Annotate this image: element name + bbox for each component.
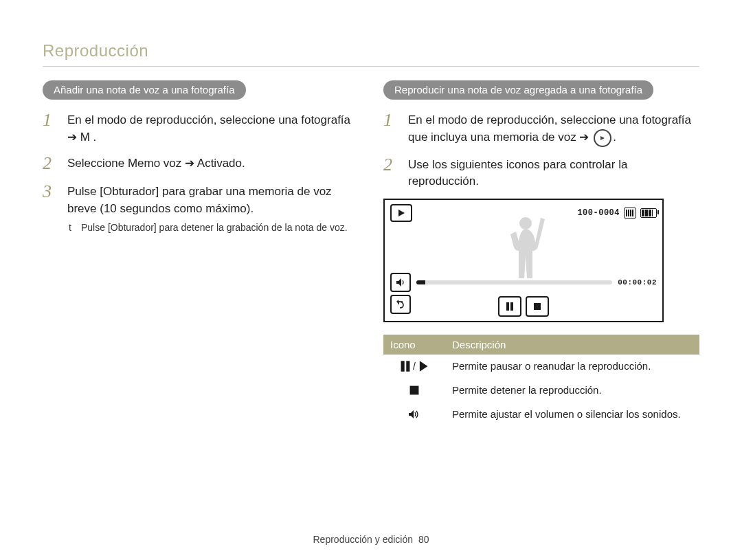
svg-rect-5 — [506, 302, 509, 311]
sub-bullet-text: Pulse [Obturador] para detener la grabac… — [81, 221, 348, 234]
step1-prefix: En el modo de reproducción, seleccione u… — [408, 113, 691, 144]
playback-progress-bar[interactable] — [416, 280, 612, 284]
svg-marker-0 — [600, 136, 605, 140]
step-number: 3 — [43, 182, 67, 202]
step-text: En el modo de reproducción, seleccione u… — [408, 111, 699, 147]
step-text: Use los siguientes iconos para controlar… — [408, 155, 699, 190]
volume-button[interactable] — [390, 273, 411, 292]
step-1-left: 1 En el modo de reproducción, seleccione… — [43, 111, 359, 146]
svg-rect-7 — [534, 303, 541, 310]
svg-marker-3 — [396, 278, 401, 287]
file-index-label: 100-0004 — [577, 208, 620, 218]
table-desc: Permite detener la reproducción. — [445, 378, 699, 402]
bullet-icon: t — [67, 221, 81, 234]
step-number: 2 — [383, 155, 408, 175]
step-number: 1 — [43, 111, 67, 131]
right-column: Reproducir una nota de voz agregada a un… — [383, 80, 699, 426]
table-row: Permite detener la reproducción. — [383, 378, 699, 402]
voice-memo-icon — [594, 129, 611, 147]
pause-play-icon: / — [383, 355, 445, 378]
left-column: Añadir una nota de voz a una fotografía … — [43, 80, 359, 426]
step-text: Seleccione Memo voz ➔ Activado. — [67, 154, 245, 172]
camera-playback-screen: 100-0004 — [383, 199, 664, 322]
step-number: 2 — [43, 154, 67, 174]
svg-rect-11 — [410, 386, 419, 395]
table-header-desc: Descripción — [445, 335, 699, 355]
table-row: Permite ajustar el volumen o silenciar l… — [383, 402, 699, 426]
back-button[interactable] — [390, 295, 411, 314]
page-footer: Reproducción y edición 80 — [0, 534, 742, 545]
step1-suffix: . — [613, 131, 616, 144]
playback-timecode: 00:00:02 — [618, 278, 657, 287]
table-header-icon: Icono — [383, 335, 445, 355]
icon-description-table: Icono Descripción / Permite pa — [383, 335, 699, 426]
footer-page-number: 80 — [418, 534, 429, 545]
step-text: Pulse [Obturador] para grabar una memori… — [67, 182, 359, 234]
battery-icon — [640, 208, 657, 218]
svg-marker-4 — [396, 300, 398, 304]
svg-marker-1 — [398, 210, 405, 216]
stop-button[interactable] — [526, 296, 549, 317]
right-heading-pill: Reproducir una nota de voz agregada a un… — [383, 80, 653, 100]
divider — [43, 66, 699, 67]
page-title: Reproducción — [43, 41, 699, 60]
svg-point-2 — [519, 217, 532, 229]
table-desc: Permite ajustar el volumen o silenciar l… — [445, 402, 699, 426]
svg-marker-12 — [409, 410, 414, 418]
volume-icon — [383, 402, 445, 426]
footer-text: Reproducción y edición — [313, 534, 414, 545]
step-1-right: 1 En el modo de reproducción, seleccione… — [383, 111, 699, 147]
pause-button[interactable] — [498, 296, 521, 317]
svg-rect-9 — [406, 361, 409, 371]
svg-marker-10 — [420, 361, 428, 371]
step-number: 1 — [383, 111, 408, 131]
table-row: / Permite pausar o reanudar la reproducc… — [383, 355, 699, 378]
step-2-right: 2 Use los siguientes iconos para control… — [383, 155, 699, 190]
sub-bullet: t Pulse [Obturador] para detener la grab… — [67, 221, 359, 234]
table-desc: Permite pausar o reanudar la reproducció… — [445, 355, 699, 378]
svg-rect-8 — [401, 361, 405, 371]
step-3-left: 3 Pulse [Obturador] para grabar una memo… — [43, 182, 359, 234]
step-text: En el modo de reproducción, seleccione u… — [67, 111, 359, 146]
memory-card-icon — [624, 208, 636, 219]
playback-mode-icon — [390, 204, 412, 222]
left-heading-pill: Añadir una nota de voz a una fotografía — [43, 80, 246, 100]
stop-icon — [383, 378, 445, 402]
step-text-span: Pulse [Obturador] para grabar una memori… — [67, 185, 332, 215]
step-2-left: 2 Seleccione Memo voz ➔ Activado. — [43, 154, 359, 174]
svg-rect-6 — [510, 302, 513, 311]
